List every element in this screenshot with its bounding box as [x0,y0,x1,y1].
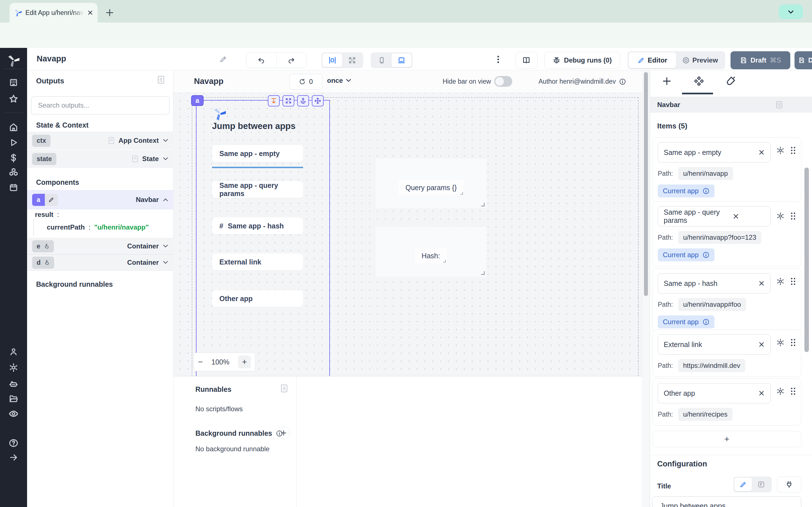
draft-button[interactable]: Draft ⌘S [730,51,790,69]
scrollbar-thumb[interactable] [644,72,648,296]
folders-icon[interactable] [9,394,18,404]
desktop-icon[interactable] [392,54,411,67]
undo-icon[interactable] [246,53,276,68]
collapse-sidebar-arrow-icon[interactable] [9,453,18,462]
nav-item-query-params[interactable]: Same app - query params [212,181,303,198]
item-1-drag-handle-icon[interactable] [790,146,796,155]
current-path-line[interactable]: currentPath : "u/henri/navapp" [47,223,149,231]
tab-close-icon[interactable] [87,10,93,15]
hash-text-component[interactable]: Hash: [415,248,447,263]
title-value-input[interactable]: Jump between apps [652,496,801,507]
schedules-calendar-icon[interactable] [9,183,18,192]
tab-search-chevron-button[interactable] [779,4,803,19]
expand-down-icon[interactable] [268,95,280,107]
item-4-label-input[interactable]: External link [658,334,770,355]
connect-plug-icon[interactable] [777,476,801,492]
runs-play-icon[interactable] [9,138,18,147]
windmill-logo-icon[interactable] [7,54,20,67]
settings-gear-icon[interactable] [9,363,18,372]
js-expression-mode-icon[interactable] [752,481,770,488]
insert-component-tab-icon[interactable] [662,76,672,86]
favorites-star-icon[interactable] [9,94,18,104]
item-2-settings-gear-icon[interactable] [776,212,784,220]
item-5-label-input[interactable]: Other app [658,383,770,403]
item-3-label-input[interactable]: Same app - hash [658,273,770,293]
workspace-building-icon[interactable] [9,78,18,87]
nav-item-hash[interactable]: # Same app - hash [212,217,303,234]
edit-pencil-icon[interactable] [45,194,58,206]
clear-icon[interactable] [758,280,765,286]
clear-icon[interactable] [758,149,765,156]
theme-brush-tab-icon[interactable] [725,75,736,87]
rename-pencil-icon[interactable] [219,55,227,63]
deploy-button[interactable]: Deploy [795,51,812,69]
audit-eye-icon[interactable] [8,409,18,419]
item-2-path[interactable]: u/henri/navapp?foo=123 [678,231,762,244]
state-row[interactable]: state State [27,150,173,168]
docs-button[interactable] [516,52,538,69]
clear-icon[interactable] [758,390,765,396]
move-icon[interactable] [312,95,324,107]
item-5-settings-gear-icon[interactable] [776,387,784,395]
item-4-path[interactable]: https://windmill.dev [678,359,746,372]
item-2-drag-handle-icon[interactable] [790,212,796,220]
mobile-icon[interactable] [372,54,392,67]
home-icon[interactable] [9,122,18,132]
clear-icon[interactable] [733,213,739,219]
component-row-container-e[interactable]: e Container [27,238,173,255]
item-1-settings-gear-icon[interactable] [776,146,784,155]
help-icon[interactable] [9,438,18,448]
center-align-icon[interactable] [322,54,342,67]
ctx-row[interactable]: ctx App Context [27,132,173,149]
component-doc-icon[interactable] [776,101,783,109]
component-row-container-d[interactable]: d Container [27,255,173,271]
panel-scrollbar-thumb[interactable] [804,168,809,352]
resize-handle[interactable] [481,203,485,207]
settings-tab-icon[interactable] [693,75,705,87]
users-person-icon[interactable] [9,347,18,356]
nav-item-external-link[interactable]: External link [212,253,303,270]
search-outputs-input[interactable]: Search outputs... [31,96,169,114]
outputs-doc-icon[interactable] [157,75,165,84]
selection-letter-badge[interactable]: a [191,95,204,106]
item-1-path[interactable]: u/henri/navapp [678,167,733,180]
full-width-icon[interactable] [342,54,362,67]
item-4-drag-handle-icon[interactable] [790,338,796,347]
resources-cubes-icon[interactable] [9,167,18,177]
tab-preview[interactable]: Preview [676,56,724,64]
variables-dollar-icon[interactable] [9,153,18,163]
nav-item-same-app-empty[interactable]: Same app - empty [212,145,303,162]
browser-tab[interactable]: Edit App u/henri/navapp | Win [10,3,98,22]
component-row-navbar[interactable]: a Navbar [27,190,173,209]
item-3-path[interactable]: u/henri/navapp#foo [678,298,746,311]
canvas-scrollbar[interactable] [642,70,649,507]
hide-bar-toggle[interactable] [494,76,512,87]
zoom-in-button[interactable]: + [238,355,251,369]
item-1-label-input[interactable]: Same app - empty [658,142,770,163]
query-params-text-component[interactable]: Query params {} [398,180,464,195]
resize-handle[interactable] [460,192,463,194]
debug-runs-button[interactable]: Debug runs (0) [545,52,620,69]
nav-item-other-app[interactable]: Other app [212,290,303,307]
workers-robot-icon[interactable] [9,379,18,389]
item-2-label-input[interactable]: Same app - query params [658,206,770,226]
zoom-out-button[interactable]: − [198,357,203,367]
item-4-settings-gear-icon[interactable] [776,338,784,347]
refresh-mode-select[interactable]: once [327,76,351,84]
add-item-button[interactable]: + [652,431,801,447]
item-5-path[interactable]: u/henri/recipes [678,408,732,421]
resize-handle[interactable] [443,260,446,263]
item-3-drag-handle-icon[interactable] [790,277,796,286]
add-background-runnable-button[interactable] [277,427,290,439]
refresh-count-button[interactable]: 0 [290,74,322,90]
more-options-icon[interactable] [497,55,500,64]
fullscreen-icon[interactable] [283,95,294,107]
static-mode-pencil-icon[interactable] [734,478,752,491]
canvas-grid[interactable]: a Jump between apps Same app - empty [173,93,642,376]
item-5-drag-handle-icon[interactable] [790,387,796,395]
tab-editor[interactable]: Editor [629,52,676,68]
anchor-icon[interactable] [297,95,309,107]
runnables-doc-icon[interactable] [281,384,288,393]
redo-icon[interactable] [276,53,306,68]
resize-handle[interactable] [481,271,485,275]
